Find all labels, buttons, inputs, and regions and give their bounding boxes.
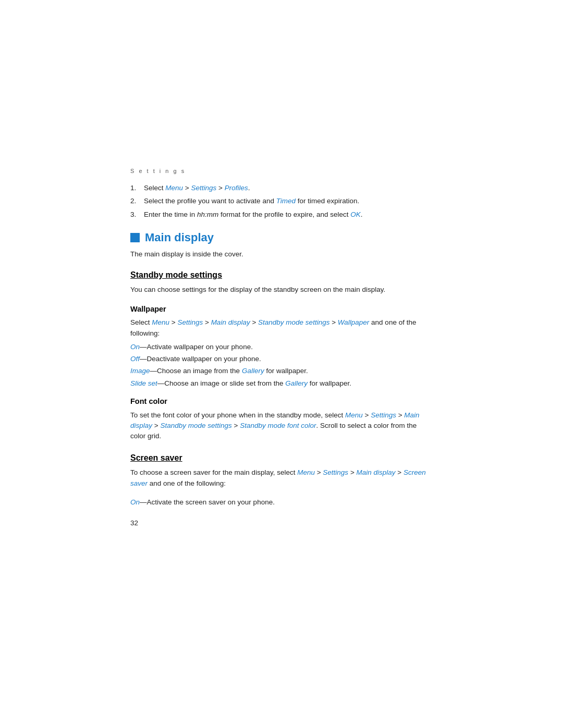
- wallpaper-section: Wallpaper Select Menu > Settings > Main …: [130, 304, 433, 389]
- screen-saver-section: Screen saver To choose a screen saver fo…: [130, 452, 433, 508]
- screen-saver-body: To choose a screen saver for the main di…: [130, 467, 433, 489]
- standby-mode-body: You can choose settings for the display …: [130, 285, 433, 295]
- main-display-link-wallpaper[interactable]: Main display: [211, 318, 250, 326]
- main-display-heading: Main display: [130, 229, 433, 246]
- screensaver-on-label: On: [130, 498, 140, 506]
- settings-link-wallpaper[interactable]: Settings: [177, 318, 203, 326]
- menu-link-screensaver[interactable]: Menu: [297, 468, 315, 476]
- menu-link-wallpaper[interactable]: Menu: [152, 318, 169, 326]
- wallpaper-heading: Wallpaper: [130, 304, 433, 315]
- settings-link-screensaver[interactable]: Settings: [323, 468, 348, 476]
- page-number: 32: [130, 518, 433, 528]
- gallery-link-slideset[interactable]: Gallery: [285, 379, 308, 387]
- wallpaper-image-label: Image: [130, 367, 150, 375]
- blue-square-icon: [130, 233, 140, 242]
- menu-link-1[interactable]: Menu: [165, 184, 183, 192]
- gallery-link-image[interactable]: Gallery: [242, 367, 264, 375]
- numbered-list: 1. Select Menu > Settings > Profiles. 2.…: [130, 183, 433, 220]
- standby-font-color-link[interactable]: Standby mode font color: [240, 422, 316, 429]
- timed-link[interactable]: Timed: [276, 197, 296, 205]
- standby-mode-link-fontcolor[interactable]: Standby mode settings: [160, 422, 231, 429]
- wallpaper-slideset-label: Slide set: [130, 379, 157, 387]
- wallpaper-nav: Select Menu > Settings > Main display > …: [130, 317, 433, 339]
- wallpaper-link[interactable]: Wallpaper: [338, 318, 370, 326]
- wallpaper-on-label: On: [130, 343, 140, 351]
- list-num-3: 3.: [130, 209, 140, 220]
- settings-label: S e t t i n g s: [130, 167, 433, 176]
- screen-saver-heading: Screen saver: [130, 452, 433, 464]
- wallpaper-option-on: On—Activate wallpaper on your phone.: [130, 342, 433, 352]
- menu-link-fontcolor[interactable]: Menu: [345, 411, 363, 419]
- wallpaper-option-slideset: Slide set—Choose an image or slide set f…: [130, 378, 433, 389]
- ok-link[interactable]: OK: [350, 211, 361, 218]
- main-display-title: Main display: [145, 229, 214, 246]
- list-num-1: 1.: [130, 183, 140, 193]
- standby-mode-heading: Standby mode settings: [130, 269, 433, 281]
- list-item-3: 3. Enter the time in hh:mm format for th…: [130, 209, 433, 220]
- page: S e t t i n g s 1. Select Menu > Setting…: [0, 0, 563, 728]
- font-color-body: To set the font color of your phone when…: [130, 410, 433, 442]
- wallpaper-option-off: Off—Deactivate wallpaper on your phone.: [130, 354, 433, 364]
- font-color-heading: Font color: [130, 396, 433, 408]
- list-text-1: Select Menu > Settings > Profiles.: [144, 183, 433, 193]
- list-num-2: 2.: [130, 196, 140, 206]
- standby-mode-link-wallpaper[interactable]: Standby mode settings: [258, 318, 329, 326]
- settings-link-1[interactable]: Settings: [191, 184, 216, 192]
- wallpaper-off-label: Off: [130, 355, 140, 363]
- main-display-link-screensaver[interactable]: Main display: [357, 468, 396, 476]
- content-area: S e t t i n g s 1. Select Menu > Setting…: [130, 0, 433, 560]
- main-display-intro: The main display is inside the cover.: [130, 249, 433, 260]
- list-text-2: Select the profile you want to activate …: [144, 196, 433, 206]
- list-item-2: 2. Select the profile you want to activa…: [130, 196, 433, 206]
- wallpaper-option-image: Image—Choose an image from the Gallery f…: [130, 366, 433, 376]
- list-item-1: 1. Select Menu > Settings > Profiles.: [130, 183, 433, 193]
- screensaver-option-on: On—Activate the screen saver on your pho…: [130, 497, 433, 508]
- list-text-3: Enter the time in hh:mm format for the p…: [144, 209, 433, 220]
- profiles-link[interactable]: Profiles: [225, 184, 248, 192]
- font-color-section: Font color To set the font color of your…: [130, 396, 433, 442]
- settings-link-fontcolor[interactable]: Settings: [371, 411, 396, 419]
